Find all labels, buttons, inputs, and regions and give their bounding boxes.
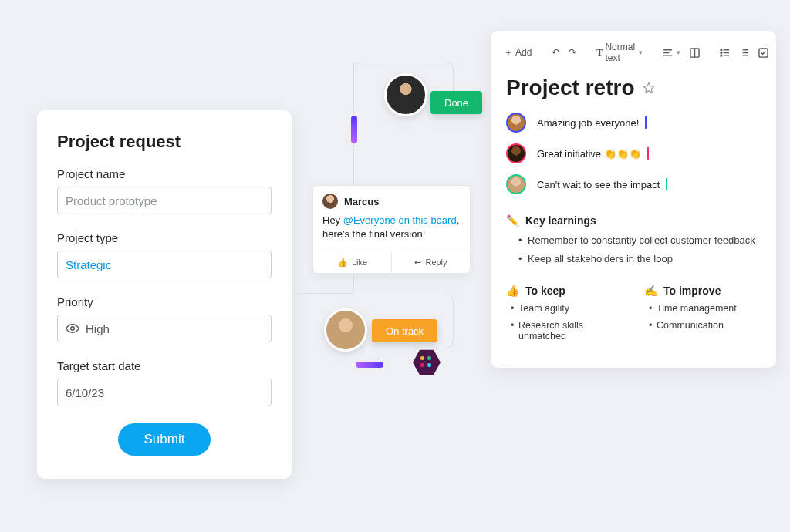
numbered-list-icon [739, 48, 749, 58]
svg-point-0 [71, 327, 75, 331]
avatar [322, 194, 338, 209]
list-item: Time management [649, 303, 761, 314]
align-button[interactable]: ▾ [660, 46, 683, 59]
layout-button[interactable] [687, 46, 702, 59]
submit-button[interactable]: Submit [118, 423, 211, 456]
label-priority: Priority [57, 295, 272, 308]
svg-marker-16 [643, 82, 653, 93]
add-button[interactable]: ＋ Add [501, 45, 534, 61]
gradient-accent [351, 116, 357, 143]
eye-icon [66, 323, 79, 334]
input-project-name[interactable] [57, 187, 272, 214]
comments-list: Amazing job everyone! Great initiative 👏… [491, 113, 776, 194]
project-request-form: Project request Project name Project typ… [37, 110, 292, 479]
comment-line: Amazing job everyone! [506, 113, 761, 133]
svg-point-10 [721, 55, 722, 56]
select-project-type[interactable]: Strategic [57, 251, 272, 278]
add-label: Add [515, 47, 532, 58]
reply-label: Reply [425, 258, 447, 267]
chevron-down-icon: ▾ [677, 49, 680, 56]
like-button[interactable]: 👍 Like [313, 251, 391, 273]
writing-hand-icon: ✍️ [644, 285, 657, 297]
pencil-icon: ✏️ [506, 214, 519, 227]
comment-card: Marcus Hey @Everyone on this board, here… [312, 185, 471, 274]
field-project-type: Project type Strategic [57, 231, 272, 278]
comment-author: Marcus [344, 196, 380, 207]
section-to-keep: 👍 To keep Team agility Research skills u… [506, 285, 623, 348]
label-project-name: Project name [57, 167, 272, 180]
field-target-date: Target start date [57, 359, 272, 406]
label-target-date: Target start date [57, 359, 272, 372]
mention[interactable]: @Everyone on this board [343, 214, 457, 226]
avatar [506, 174, 526, 194]
label-project-type: Project type [57, 231, 272, 244]
text-style-label: Normal text [605, 42, 635, 63]
select-project-type-value: Strategic [66, 258, 263, 271]
section-key-learnings: ✏️ Key learnings Remember to constantly … [491, 214, 776, 264]
checklist-button[interactable] [756, 46, 771, 59]
list-item: Research skills unmatched [511, 320, 623, 342]
redo-icon: ↷ [569, 47, 576, 58]
gradient-accent [356, 362, 383, 368]
avatar [384, 73, 427, 116]
workflow-diagram: Done Marcus Hey @Everyone on this board,… [301, 62, 494, 393]
plus-icon: ＋ [504, 46, 513, 59]
reply-icon: ↩ [414, 258, 421, 268]
section-heading: To improve [663, 285, 721, 297]
slack-integration-icon[interactable] [413, 348, 441, 376]
avatar [506, 143, 526, 163]
comment-text: Can't wait to see the impact [537, 179, 660, 190]
cursor-indicator [645, 116, 647, 129]
comment-line: Great initiative 👏👏👏 [506, 143, 761, 163]
section-heading: To keep [525, 285, 565, 297]
comment-text: Great initiative 👏👏👏 [537, 148, 641, 160]
text-icon: T [596, 47, 603, 59]
undo-button[interactable]: ↶ [549, 45, 562, 59]
star-icon[interactable] [643, 82, 655, 94]
comment-text: Hey [322, 214, 343, 226]
svg-point-6 [721, 49, 722, 50]
field-project-name: Project name [57, 167, 272, 214]
list-item: Keep all stakeholders in the loop [518, 253, 761, 264]
status-badge-done: Done [430, 91, 482, 114]
checklist-icon [758, 48, 768, 58]
cursor-indicator [666, 178, 667, 190]
thumbs-up-icon: 👍 [337, 258, 348, 268]
comment-text: Amazing job everyone! [537, 117, 639, 129]
status-badge-ontrack: On track [372, 319, 437, 342]
svg-point-8 [721, 52, 722, 53]
avatar [506, 113, 526, 133]
comment-line: Can't wait to see the impact [506, 174, 761, 194]
bullet-list-button[interactable] [717, 46, 732, 59]
undo-icon: ↶ [552, 47, 559, 58]
input-target-date[interactable] [57, 379, 272, 406]
select-priority[interactable]: High [57, 315, 272, 342]
list-item: Team agility [511, 303, 623, 314]
thumbs-up-icon: 👍 [506, 285, 519, 297]
reply-button[interactable]: ↩ Reply [391, 251, 470, 273]
chevron-down-icon: ▾ [639, 49, 643, 56]
comment-body: Hey @Everyone on this board, here's the … [313, 214, 470, 251]
bullet-list-icon [720, 48, 730, 58]
form-title: Project request [57, 132, 272, 152]
avatar [324, 308, 367, 352]
align-left-icon [663, 48, 673, 58]
doc-toolbar: ＋ Add ↶ ↷ T Normal text ▾ ▾ [491, 31, 776, 71]
cursor-indicator [647, 147, 649, 160]
field-priority: Priority High [57, 295, 272, 342]
list-item: Remember to constantly collect customer … [518, 234, 761, 246]
select-priority-value: High [86, 322, 263, 335]
numbered-list-button[interactable] [737, 46, 751, 59]
text-style-dropdown[interactable]: T Normal text ▾ [594, 40, 645, 65]
retro-document: ＋ Add ↶ ↷ T Normal text ▾ ▾ Pro [491, 31, 776, 368]
layout-icon [690, 48, 700, 58]
redo-button[interactable]: ↷ [566, 45, 579, 59]
list-item: Communication [649, 320, 761, 331]
like-label: Like [352, 258, 367, 267]
section-heading: Key learnings [525, 214, 596, 227]
section-to-improve: ✍️ To improve Time management Communicat… [644, 285, 761, 348]
page-title: Project retro [506, 76, 635, 100]
flow-line [295, 293, 353, 294]
